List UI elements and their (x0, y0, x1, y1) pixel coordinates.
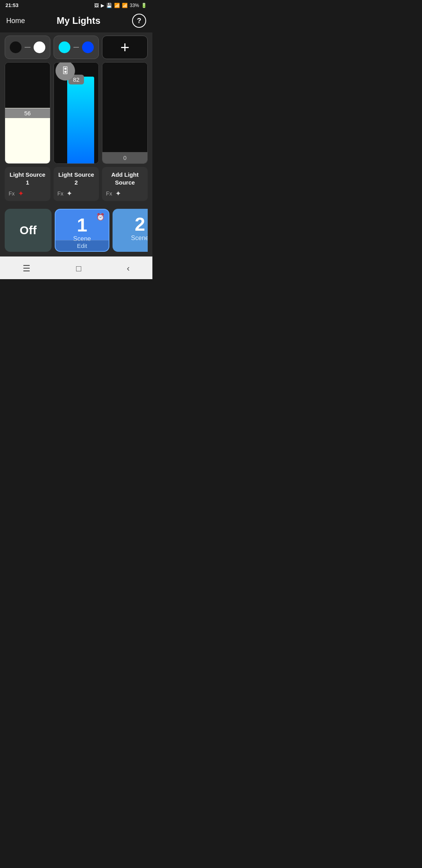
scene1-button[interactable]: ⏰ 1 Scene Edit (55, 209, 109, 252)
page-title: My Lights (57, 15, 100, 26)
source1-dot-line (25, 47, 30, 48)
back-button[interactable]: ‹ (119, 262, 137, 275)
source1-label: Light Source 1 (9, 171, 46, 186)
slider1-container[interactable]: 56 (5, 62, 50, 164)
sd-icon: 💾 (106, 3, 112, 8)
scene-row: Off ⏰ 1 Scene Edit ⏰ 2 Scene (5, 207, 148, 253)
off-label: Off (20, 224, 36, 237)
status-icons: 🖼 ▶ 💾 📶 📶 33% 🔋 (94, 3, 147, 8)
sources-top-row: + (5, 36, 148, 59)
slider1-track: 56 (5, 63, 50, 163)
source1-color-left (10, 41, 21, 53)
scene1-edit-bar[interactable]: Edit (55, 240, 109, 251)
add-source-fx[interactable]: Fx (106, 190, 112, 197)
dial-icon: 🎛 (61, 66, 70, 76)
main-content: + 56 82 🎛 0 (0, 32, 152, 256)
source2-bluetooth-icon: ✦ (66, 189, 72, 198)
plus-icon: + (120, 39, 129, 55)
slider3-track (102, 63, 147, 152)
wifi-icon: 📶 (114, 3, 120, 8)
scene2-label: Scene (131, 235, 148, 242)
source2-label: Light Source 2 (57, 171, 95, 186)
top-bar: Home My Lights ? (0, 11, 152, 32)
slider1-value: 56 (5, 108, 50, 118)
add-source-bluetooth-icon: ✦ (115, 189, 121, 198)
add-source-footer: Fx ✦ (106, 189, 144, 198)
slider3-container[interactable]: 0 (102, 62, 148, 164)
label-cards-row: Light Source 1 Fx ✦ Light Source 2 Fx ✦ … (5, 167, 148, 201)
source1-color-right (34, 41, 45, 53)
source2-color-left (59, 41, 70, 53)
source1-footer: Fx ✦ (9, 189, 46, 198)
add-light-source-button[interactable]: + (102, 36, 148, 59)
scene2-button[interactable]: ⏰ 2 Scene (113, 209, 148, 252)
gallery-icon: 🖼 (94, 3, 99, 8)
signal-icon: 📶 (122, 3, 128, 8)
source2-footer: Fx ✦ (57, 189, 95, 198)
scene2-number: 2 (135, 215, 145, 234)
slider2-track: 82 🎛 (54, 63, 99, 163)
add-source-label-card[interactable]: Add Light Source Fx ✦ (102, 167, 148, 201)
help-button[interactable]: ? (132, 14, 146, 28)
add-source-label: Add Light Source (106, 171, 144, 186)
source2-fx[interactable]: Fx (57, 190, 64, 197)
source2-label-card[interactable]: Light Source 2 Fx ✦ (54, 167, 99, 201)
slider3-value: 0 (102, 152, 147, 163)
source2-color-card[interactable] (54, 36, 99, 59)
source1-label-card[interactable]: Light Source 1 Fx ✦ (5, 167, 50, 201)
battery-pct: 33% (130, 3, 139, 8)
bottom-nav: ☰ □ ‹ (0, 256, 152, 279)
menu-button[interactable]: ☰ (15, 262, 38, 275)
source2-dot-line (73, 47, 79, 48)
status-bar: 21:53 🖼 ▶ 💾 📶 📶 33% 🔋 (0, 0, 152, 11)
source2-color-right (82, 41, 94, 53)
home-nav-button[interactable]: □ (68, 262, 89, 275)
sliders-row: 56 82 🎛 0 (5, 62, 148, 164)
off-button[interactable]: Off (5, 209, 52, 252)
slider2-fill (67, 77, 94, 163)
source1-bluetooth-icon: ✦ (18, 189, 24, 198)
scene1-alarm-icon: ⏰ (96, 213, 105, 221)
source1-color-card[interactable] (5, 36, 50, 59)
play-icon: ▶ (101, 3, 104, 8)
home-button[interactable]: Home (6, 17, 25, 25)
scene1-number: 1 (77, 216, 88, 235)
battery-icon: 🔋 (141, 3, 147, 8)
source1-fx[interactable]: Fx (9, 190, 15, 197)
status-time: 21:53 (5, 2, 18, 8)
slider2-container[interactable]: 82 🎛 (54, 62, 99, 164)
